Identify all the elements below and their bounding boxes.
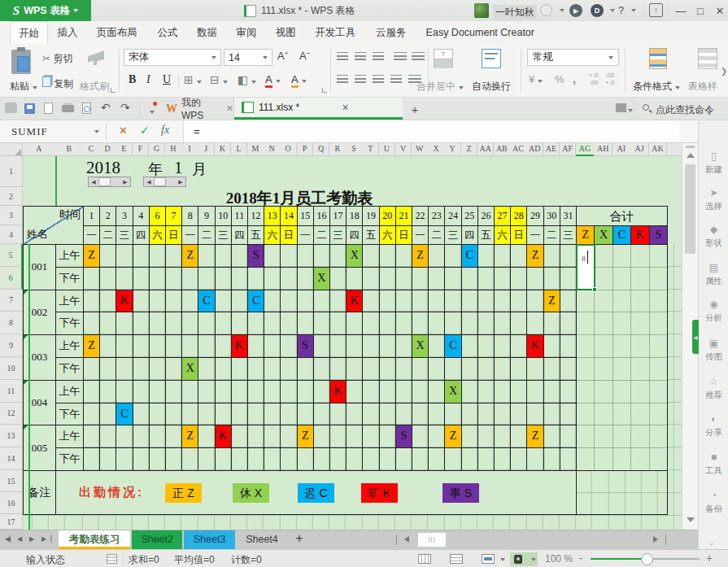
column-header-S[interactable]: S	[346, 143, 363, 156]
day-header-cell[interactable]: 25	[461, 206, 478, 226]
user-menu-arrow-icon[interactable]	[560, 9, 565, 12]
month-spinner-right-icon[interactable]: ▶	[176, 177, 185, 186]
format-painter-button[interactable]: 格式刷	[80, 80, 109, 94]
column-header-P[interactable]: P	[297, 143, 314, 156]
row-header-6[interactable]: 6	[0, 267, 23, 290]
tab-home[interactable]: W 我的WPS ✕	[159, 98, 234, 120]
tabbar-last-icon[interactable]: ▶▕	[41, 535, 51, 543]
page-layout-view-icon[interactable]	[482, 554, 495, 564]
attendance-mark-cell[interactable]: C	[247, 290, 264, 313]
column-header-B[interactable]: B	[55, 143, 84, 156]
sheet-tab-4[interactable]: Sheet4	[237, 530, 287, 549]
day-header-cell[interactable]: 18	[346, 206, 363, 226]
attendance-mark-cell[interactable]: Z	[543, 290, 560, 313]
weekday-header-cell[interactable]: 五	[362, 225, 379, 245]
pm-label-cell[interactable]: 下午	[55, 447, 84, 471]
attendance-mark-cell[interactable]: X	[346, 244, 363, 268]
align-top-icon[interactable]	[337, 52, 348, 60]
menu-tab-6[interactable]: 审阅	[228, 21, 264, 44]
italic-button[interactable]: I	[146, 73, 150, 86]
row-header-7[interactable]: 7	[0, 290, 23, 312]
attendance-mark-cell[interactable]: S	[395, 425, 412, 448]
paste-button[interactable]: 粘贴	[10, 80, 37, 94]
horizontal-scroll-thumb[interactable]: |||	[418, 533, 446, 547]
column-header-Q[interactable]: Q	[313, 143, 330, 156]
window-switch-icon[interactable]	[616, 103, 626, 112]
weekday-header-cell[interactable]: 三	[215, 225, 232, 245]
day-header-cell[interactable]: 6	[149, 206, 166, 226]
month-spinner-thumb[interactable]	[154, 177, 166, 186]
attendance-mark-cell[interactable]: K	[329, 380, 347, 403]
am-label-cell[interactable]: 上午	[55, 425, 84, 448]
wrap-text-button[interactable]: 自动换行	[472, 80, 511, 94]
weekday-header-cell[interactable]: 三	[560, 225, 577, 245]
weekday-header-cell[interactable]: 二	[428, 225, 445, 245]
day-header-cell[interactable]: 3	[116, 206, 133, 226]
tab-home-close-icon[interactable]: ✕	[226, 103, 233, 114]
sidebar-item-backup[interactable]: ◔备份	[699, 488, 728, 521]
weekday-header-cell[interactable]: 一	[83, 225, 100, 245]
legend-cell[interactable]: 出勤情况:正 Z休 X迟 C旷 K事 S	[55, 470, 577, 515]
menu-tab-4[interactable]: 公式	[150, 21, 186, 44]
weekday-header-cell[interactable]: 六	[379, 225, 396, 245]
export-icon[interactable]	[44, 102, 53, 114]
column-header-I[interactable]: I	[181, 143, 198, 156]
sidebar-item-properties[interactable]: ▤属性	[699, 260, 728, 293]
pm-label-cell[interactable]: 下午	[55, 312, 84, 335]
redo-icon[interactable]: ↷	[120, 101, 130, 114]
zoom-slider-thumb[interactable]	[641, 553, 653, 565]
row-header-3[interactable]: 3	[0, 206, 23, 225]
vip-badge-icon[interactable]	[540, 4, 552, 16]
day-header-cell[interactable]: 19	[362, 206, 379, 226]
pm-label-cell[interactable]: 下午	[55, 267, 84, 290]
column-header-M[interactable]: M	[247, 143, 264, 156]
day-header-cell[interactable]: 24	[444, 206, 461, 226]
currency-button[interactable]: ¥	[529, 73, 543, 85]
align-center-icon[interactable]	[355, 75, 366, 83]
column-header-F[interactable]: F	[133, 143, 150, 156]
day-header-cell[interactable]: 26	[477, 206, 495, 226]
attendance-mark-cell[interactable]: Z	[297, 425, 314, 448]
print-icon[interactable]	[62, 105, 74, 112]
close-button[interactable]: ✕	[711, 3, 728, 18]
page-break-view-icon[interactable]	[450, 554, 463, 564]
attendance-mark-cell[interactable]: C	[198, 290, 215, 313]
merge-center-button[interactable]: 合并居中	[416, 80, 464, 94]
row-header-12[interactable]: 12	[0, 403, 23, 425]
day-header-cell[interactable]: 1	[83, 206, 100, 226]
borders-button[interactable]: ⊞	[184, 73, 202, 86]
am-label-cell[interactable]: 上午	[55, 380, 84, 403]
time-name-corner-cell[interactable]: 时间姓名	[23, 206, 84, 245]
pm-label-cell[interactable]: 下午	[55, 357, 84, 381]
cut-button[interactable]: ✂ 剪切	[42, 52, 72, 66]
summary-code-header-Z[interactable]: Z	[576, 225, 595, 245]
docer-arrow-icon[interactable]	[610, 9, 615, 12]
row-header-4[interactable]: 4	[0, 225, 23, 244]
sidebar-collapse-handle[interactable]: ◀	[692, 320, 699, 354]
day-header-cell[interactable]: 7	[165, 206, 182, 226]
attendance-mark-cell[interactable]: X	[181, 357, 198, 381]
zoom-out-button[interactable]: -	[579, 552, 583, 565]
summary-code-header-C[interactable]: C	[612, 225, 631, 245]
attendance-mark-cell[interactable]: K	[526, 334, 543, 358]
attendance-mark-cell[interactable]: S	[297, 334, 314, 358]
column-header-AF[interactable]: AF	[560, 143, 577, 156]
fill-color-button[interactable]: ◧	[238, 73, 256, 86]
sheet-tab-2[interactable]: Sheet2	[132, 530, 182, 549]
add-sheet-button[interactable]: +	[295, 531, 303, 546]
column-header-G[interactable]: G	[149, 143, 166, 156]
row-header-17[interactable]: 17	[0, 514, 23, 530]
column-header-W[interactable]: W	[412, 143, 429, 156]
month-value[interactable]: 1	[174, 158, 183, 178]
am-label-cell[interactable]: 上午	[55, 290, 84, 313]
zoom-in-button[interactable]: +	[706, 552, 713, 565]
weekday-header-cell[interactable]: 三	[329, 225, 347, 245]
justify-icon[interactable]	[390, 75, 402, 83]
day-header-cell[interactable]: 20	[379, 206, 396, 226]
day-header-cell[interactable]: 13	[264, 206, 281, 226]
percent-button[interactable]: %	[555, 73, 565, 85]
weekday-header-cell[interactable]: 四	[346, 225, 363, 245]
attendance-mark-cell[interactable]: Z	[83, 244, 100, 268]
row-header-9[interactable]: 9	[0, 334, 23, 357]
align-bottom-icon[interactable]	[373, 52, 384, 60]
